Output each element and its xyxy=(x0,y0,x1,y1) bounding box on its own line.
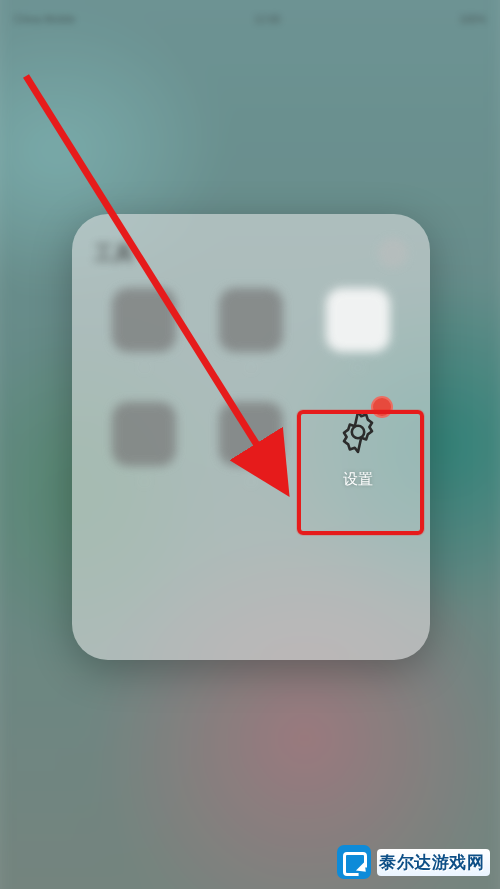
folder-title: 工具 xyxy=(94,240,134,267)
watermark: 泰尔达游戏网 xyxy=(329,837,500,889)
settings-notification-badge xyxy=(371,396,393,418)
app-icon-4 xyxy=(112,402,176,466)
folder-more-button[interactable] xyxy=(378,238,408,268)
folder-header: 工具 xyxy=(94,236,408,270)
app-icon-5 xyxy=(219,402,283,466)
app-grid: ·· ·· ··· ·· ·· xyxy=(94,288,408,489)
app-icon-1 xyxy=(112,288,176,352)
settings-label: 设置 xyxy=(343,470,373,489)
app-icon-3 xyxy=(326,288,390,352)
app-item-2[interactable]: ·· xyxy=(201,288,302,374)
status-time: 12:00 xyxy=(254,13,280,25)
app-label-4: ·· xyxy=(141,474,148,488)
watermark-text: 泰尔达游戏网 xyxy=(377,849,490,876)
folder-popup: 工具 ·· ·· ··· ·· ·· xyxy=(72,214,430,660)
status-bar: China Mobile 12:00 100% xyxy=(0,0,500,36)
app-label-1: ·· xyxy=(141,360,148,374)
app-label-5: ·· xyxy=(248,474,255,488)
app-item-4[interactable]: ·· xyxy=(94,402,195,489)
app-item-5[interactable]: ·· xyxy=(201,402,302,489)
settings-app[interactable]: 设置 xyxy=(307,402,408,489)
app-icon-2 xyxy=(219,288,283,352)
status-carrier: China Mobile xyxy=(14,13,75,25)
app-item-3[interactable]: ··· xyxy=(307,288,408,374)
watermark-logo-icon xyxy=(337,845,371,879)
status-battery: 100% xyxy=(459,13,486,25)
svg-point-0 xyxy=(351,426,363,438)
app-item-1[interactable]: ·· xyxy=(94,288,195,374)
app-label-2: ·· xyxy=(248,360,255,374)
app-label-3: ··· xyxy=(353,360,363,374)
